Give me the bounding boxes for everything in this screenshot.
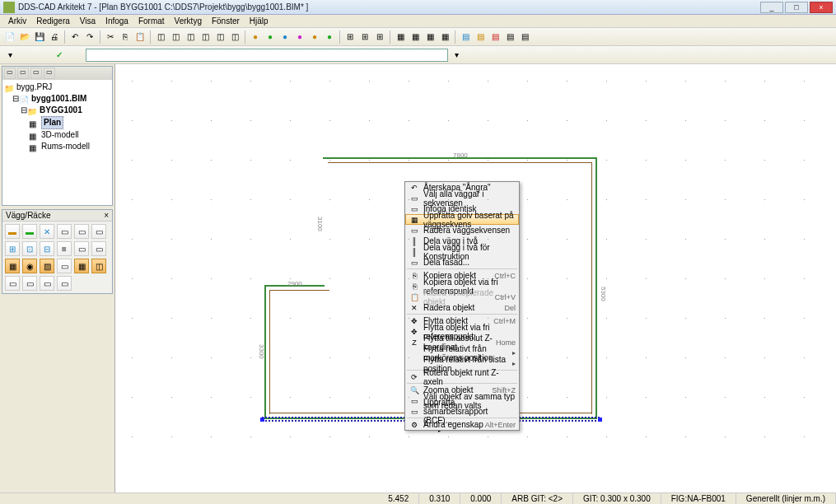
menu-infoga[interactable]: Infoga: [100, 16, 133, 26]
ctx-item-20[interactable]: ⟳Rotera objekt runt Z-axeln: [405, 371, 519, 382]
tool-9[interactable]: ⊟: [40, 241, 54, 256]
tb-c[interactable]: ◫: [184, 30, 197, 44]
tool-20[interactable]: ▭: [22, 276, 37, 291]
tb2-dropdown[interactable]: ▾: [3, 49, 16, 62]
ctx-item-12[interactable]: ✕Radera objektDel: [405, 302, 519, 313]
sel-handle-r[interactable]: [598, 418, 602, 422]
ctx-item-24[interactable]: ▭Upprätta samarbetsrapport (BCF)...: [405, 406, 519, 417]
ctx-item-3[interactable]: ▦Upprätta golv baserat på väggsekvens: [405, 214, 519, 225]
layer-dropdown[interactable]: [86, 49, 448, 62]
sel-handle-l[interactable]: [260, 418, 264, 422]
menu-format[interactable]: Format: [133, 16, 170, 26]
tb-open[interactable]: 📂: [18, 30, 31, 44]
grid-dot: [606, 120, 607, 121]
tool-16[interactable]: ▭: [57, 259, 72, 273]
ctx-item-26[interactable]: ⚙Ändra egenskapAlt+Enter: [405, 419, 519, 430]
tb-d[interactable]: ◫: [198, 30, 212, 44]
tool-22[interactable]: ▭: [57, 276, 72, 291]
grid-dot: [606, 436, 607, 437]
tb-w[interactable]: ▤: [503, 30, 516, 44]
menu-visa[interactable]: Visa: [75, 16, 100, 26]
tree-bim[interactable]: ⊟📄bygg1001.BIM: [4, 93, 110, 105]
tb-undo[interactable]: ↶: [68, 30, 82, 44]
tree-3d[interactable]: ▦3D-modell: [4, 129, 110, 141]
tb-print[interactable]: 🖨: [48, 30, 61, 44]
tool-4[interactable]: ▭: [57, 224, 72, 239]
tool-7[interactable]: ⊞: [5, 241, 20, 256]
tb-new[interactable]: 📄: [3, 30, 16, 44]
tool-11[interactable]: ▭: [74, 241, 89, 256]
tool-14[interactable]: ◉: [22, 259, 37, 273]
tb-p[interactable]: ▦: [394, 30, 407, 44]
tool-10[interactable]: ≡: [57, 241, 72, 256]
tb-o[interactable]: ⊞: [373, 30, 386, 44]
tb-x[interactable]: ▤: [518, 30, 531, 44]
ctx-item-1[interactable]: ▭Välj alla väggar i sekvensen: [405, 193, 519, 203]
drawing-canvas[interactable]: 7800 5300 3100 2900 3300 6650 // handled…: [115, 64, 836, 492]
project-tree[interactable]: 📁bygg.PRJ ⊟📄bygg1001.BIM ⊟📁BYGG1001 ▦Pla…: [2, 80, 112, 154]
tool-18[interactable]: ◫: [91, 259, 106, 273]
tool-2[interactable]: ▬: [22, 224, 37, 239]
tb-v[interactable]: ▤: [488, 30, 502, 44]
tb-j[interactable]: ●: [293, 30, 306, 44]
grid-dot: [132, 199, 133, 200]
tb-copy[interactable]: ⎘: [119, 30, 132, 44]
ph-btn-3[interactable]: ▭: [30, 68, 42, 79]
tool-6[interactable]: ▭: [91, 224, 106, 239]
tool-panel-close[interactable]: ×: [104, 211, 109, 220]
ph-btn-4[interactable]: ▭: [44, 68, 55, 79]
tree-proj[interactable]: ⊟📁BYGG1001: [4, 105, 110, 116]
tb2-check[interactable]: ✓: [53, 49, 66, 62]
tb-i[interactable]: ●: [278, 30, 292, 44]
close-button[interactable]: ×: [810, 2, 833, 13]
minimize-button[interactable]: _: [760, 2, 783, 13]
tool-5[interactable]: ▭: [74, 224, 89, 239]
grid-dot: [725, 199, 726, 200]
menu-fonster[interactable]: Fönster: [207, 16, 245, 26]
tool-1[interactable]: ▬: [5, 224, 20, 239]
ctx-item-7[interactable]: ▭Dela fasad...: [405, 257, 519, 268]
tb-u[interactable]: ▤: [474, 30, 487, 44]
maximize-button[interactable]: □: [785, 2, 808, 13]
tool-8[interactable]: ⊡: [22, 241, 37, 256]
tb-e[interactable]: ◫: [213, 30, 227, 44]
tb-m[interactable]: ⊞: [343, 30, 357, 44]
tb-q[interactable]: ▦: [409, 30, 422, 44]
grid-dot: [329, 160, 330, 161]
tool-21[interactable]: ▭: [40, 276, 54, 291]
tb-f[interactable]: ◫: [228, 30, 241, 44]
tree-rums[interactable]: ▦Rums-modell: [4, 141, 110, 152]
tb-l[interactable]: ●: [323, 30, 336, 44]
tool-19[interactable]: ▭: [5, 276, 20, 291]
tool-17[interactable]: ▦: [74, 259, 89, 273]
tb-redo[interactable]: ↷: [83, 30, 96, 44]
tb-n[interactable]: ⊞: [358, 30, 371, 44]
tb2-dd[interactable]: ▾: [450, 49, 463, 62]
tb-k[interactable]: ●: [308, 30, 321, 44]
ph-btn-2[interactable]: ▭: [17, 68, 29, 79]
tb-b[interactable]: ◫: [169, 30, 182, 44]
tb-paste[interactable]: 📋: [133, 30, 147, 44]
menu-redigera[interactable]: Redigera: [31, 16, 75, 26]
tool-3[interactable]: ✕: [40, 224, 54, 239]
grid-dot: [211, 239, 212, 240]
tool-15[interactable]: ▨: [40, 259, 54, 273]
menu-arkiv[interactable]: Arkiv: [3, 16, 31, 26]
ph-btn-1[interactable]: ▭: [4, 68, 16, 79]
tree-root[interactable]: 📁bygg.PRJ: [4, 82, 110, 93]
tb-g[interactable]: ●: [249, 30, 262, 44]
tb-cut[interactable]: ✂: [104, 30, 117, 44]
ctx-item-6[interactable]: ║Dela vägg i två för Konstruktion: [405, 246, 519, 257]
tb-r[interactable]: ▦: [423, 30, 437, 44]
tree-plan[interactable]: ▦Plan: [4, 116, 110, 129]
tool-13[interactable]: ▦: [5, 259, 20, 273]
tb-save[interactable]: 💾: [33, 30, 46, 44]
tb-t[interactable]: ▤: [459, 30, 472, 44]
menu-hjalp[interactable]: Hjälp: [245, 16, 273, 26]
tb-h[interactable]: ●: [264, 30, 277, 44]
tool-12[interactable]: ▭: [91, 241, 106, 256]
tb-s[interactable]: ▦: [438, 30, 451, 44]
tb-a[interactable]: ◫: [154, 30, 167, 44]
ctx-item-4[interactable]: ▭Radera väggsekvensen: [405, 225, 519, 236]
menu-verktyg[interactable]: Verktyg: [170, 16, 207, 26]
